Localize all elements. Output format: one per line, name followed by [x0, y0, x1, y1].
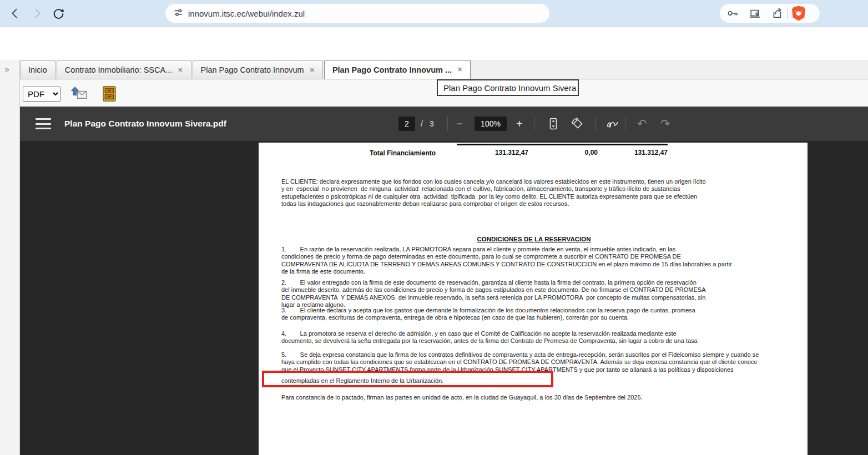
rotate-icon[interactable] [571, 107, 585, 141]
pdf-filename: Plan Pago Contrato Innovum Sivera.pdf [64, 107, 226, 141]
reload-icon[interactable] [51, 6, 65, 21]
divider [625, 107, 625, 141]
close-icon[interactable]: ✕ [310, 67, 315, 74]
screen: innovum.itsc.ec/webui/index.zul [0, 0, 868, 455]
fit-page-icon[interactable] [547, 107, 559, 141]
total-pages: 3 [430, 107, 434, 141]
back-icon[interactable] [8, 6, 22, 21]
app-header: iDempiere Open Source ERP System [0, 27, 868, 60]
draw-icon[interactable] [606, 107, 619, 141]
url-bar[interactable]: innovum.itsc.ec/webui/index.zul [165, 4, 549, 23]
total-value-2: 0,00 [531, 149, 598, 156]
collapsed-sidebar: » [0, 60, 20, 455]
close-icon[interactable]: ✕ [178, 67, 183, 74]
share-icon[interactable] [770, 6, 784, 21]
zoom-in-button[interactable]: + [516, 107, 523, 141]
paragraph-el-cliente: EL CLIENTE: declara expresamente que los… [281, 178, 792, 208]
tab-tooltip: Plan Pago Contrato Innovum Sivera [437, 79, 579, 96]
redo-icon[interactable]: ↷ [660, 107, 670, 141]
brave-shield-icon[interactable] [791, 6, 806, 21]
total-financiamiento-label: Total Financiamiento [370, 149, 436, 157]
menu-icon[interactable] [36, 118, 51, 129]
clause-3: 3. El cliente declara y acepta que los g… [281, 307, 792, 322]
close-icon[interactable]: ✕ [457, 66, 462, 73]
tab-bar: Inicio Contrato Inmobiliario: SSCA... ✕ … [20, 60, 868, 79]
page-divider: / [421, 107, 423, 141]
format-select[interactable]: PDF [23, 87, 60, 102]
archive-icon[interactable] [102, 85, 117, 104]
current-page[interactable]: 2 [398, 117, 415, 131]
pdf-toolbar: Plan Pago Contrato Innovum Sivera.pdf 2 … [20, 107, 868, 141]
tune-icon[interactable] [173, 7, 184, 20]
total-value-1: 131.312,47 [462, 149, 528, 156]
tab-label: Plan Pago Contrato Innovum [201, 65, 304, 74]
divider [534, 107, 534, 141]
divider [595, 107, 596, 141]
clause-1: 1. En razón de la reservación realizada,… [281, 246, 792, 276]
tab-label: Plan Pago Contrato Innovum ... [332, 65, 452, 74]
tab-label: Contrato Inmobiliario: SSCA... [65, 65, 172, 74]
forward-icon[interactable] [30, 6, 44, 21]
undo-icon[interactable]: ↶ [637, 107, 647, 141]
table-rule [457, 144, 668, 145]
page-number-input[interactable]: 2 [398, 107, 415, 141]
tab-inicio[interactable]: Inicio [20, 60, 55, 79]
clause-2: 2. El valor entregado con la firma de es… [281, 279, 792, 309]
section-heading: CONDICIONES DE LA RESERVACION [281, 236, 786, 242]
browser-toolbar: innovum.itsc.ec/webui/index.zul [0, 0, 868, 27]
red-highlight-box [262, 371, 553, 387]
tab-plan-pago-2-active[interactable]: Plan Pago Contrato Innovum ... ✕ [324, 60, 471, 79]
clause-4: 4. La promotora se reserva el derecho de… [281, 330, 792, 345]
zoom-value[interactable]: 100% [475, 117, 507, 131]
browser-actions [720, 4, 820, 23]
pdf-page: Total Financiamiento 131.312,47 0,00 131… [259, 143, 808, 455]
tab-label: Inicio [28, 65, 47, 74]
key-icon[interactable] [725, 6, 740, 21]
tab-plan-pago-1[interactable]: Plan Pago Contrato Innovum ✕ [193, 60, 323, 79]
pdf-viewer: Plan Pago Contrato Innovum Sivera.pdf 2 … [20, 107, 868, 455]
closing-line: Para constancia de lo pactado, firman la… [281, 394, 792, 401]
divider [447, 107, 448, 141]
url-text[interactable]: innovum.itsc.ec/webui/index.zul [188, 9, 305, 18]
zoom-out-button[interactable]: − [456, 107, 463, 141]
total-value-3: 131.312,47 [601, 149, 668, 156]
divider [788, 8, 788, 19]
tab-contrato-inmobiliario[interactable]: Contrato Inmobiliario: SSCA... ✕ [57, 60, 191, 79]
send-mail-icon[interactable] [71, 85, 88, 103]
zoom-level[interactable]: 100% [475, 107, 507, 141]
send-to-device-icon[interactable] [748, 6, 762, 21]
expand-sidebar-button[interactable]: » [4, 64, 9, 74]
